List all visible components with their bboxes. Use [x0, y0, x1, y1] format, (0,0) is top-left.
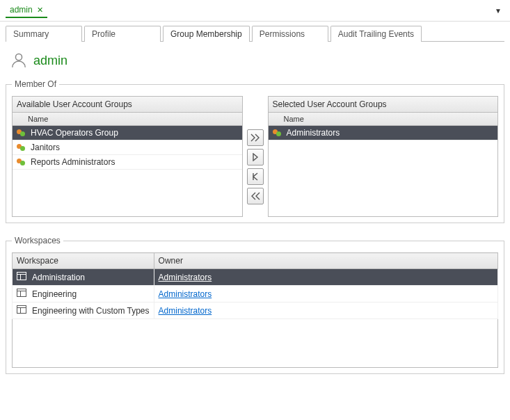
- document-tab-admin[interactable]: admin ✕: [6, 3, 47, 18]
- workspace-name: Engineering with Custom Types: [32, 306, 150, 316]
- page-header: admin: [6, 50, 504, 79]
- tab-permissions[interactable]: Permissions: [252, 26, 328, 42]
- owner-link[interactable]: Administrators: [159, 273, 212, 282]
- selected-groups-panel: Selected User Account Groups Name Admini…: [268, 96, 499, 217]
- workspaces-table: Workspace Owner AdministrationAdministra…: [12, 252, 498, 368]
- available-groups-col-name[interactable]: Name: [13, 113, 242, 126]
- document-tab-label: admin: [10, 5, 33, 15]
- user-icon: [10, 51, 28, 70]
- tab-summary[interactable]: Summary: [6, 26, 82, 42]
- group-icon: [17, 157, 26, 167]
- move-all-left-button[interactable]: [247, 188, 264, 204]
- tab-group-membership[interactable]: Group Membership: [163, 26, 250, 42]
- move-all-right-button[interactable]: [247, 129, 264, 146]
- page-title: admin: [33, 54, 67, 68]
- workspace-icon: [17, 305, 26, 316]
- group-icon: [17, 143, 26, 152]
- group-icon: [273, 128, 282, 138]
- owner-link[interactable]: Administrators: [159, 306, 212, 316]
- group-icon: [17, 128, 26, 138]
- document-tab-bar: admin ✕ ▼: [0, 0, 510, 22]
- tab-audit-trailing-events[interactable]: Audit Trailing Events: [330, 26, 422, 42]
- selected-groups-title: Selected User Account Groups: [269, 97, 498, 113]
- member-of-fieldset: Member Of Available User Account Groups …: [6, 79, 504, 223]
- workspace-icon: [17, 272, 26, 282]
- list-item-label: Janitors: [31, 143, 60, 152]
- table-row[interactable]: AdministrationAdministrators: [13, 269, 498, 286]
- list-item-label: Administrators: [287, 128, 340, 138]
- selected-group-item[interactable]: Administrators: [269, 126, 498, 140]
- workspace-icon: [17, 289, 26, 299]
- workspaces-fieldset: Workspaces Workspace Owner Administratio…: [6, 236, 504, 374]
- tab-profile[interactable]: Profile: [84, 26, 161, 42]
- move-buttons: [247, 96, 264, 204]
- table-row[interactable]: Engineering with Custom TypesAdministrat…: [13, 302, 498, 319]
- workspace-name: Administration: [32, 273, 85, 282]
- selected-groups-col-name[interactable]: Name: [269, 113, 498, 126]
- close-icon[interactable]: ✕: [37, 6, 43, 15]
- svg-rect-7: [17, 306, 26, 314]
- table-row[interactable]: EngineeringAdministrators: [13, 286, 498, 302]
- available-groups-panel: Available User Account Groups Name HVAC …: [12, 96, 243, 217]
- dropdown-icon[interactable]: ▼: [492, 4, 504, 17]
- tabs: Summary Profile Group Membership Permiss…: [0, 22, 510, 42]
- available-group-item[interactable]: HVAC Operators Group: [13, 126, 242, 140]
- workspaces-legend: Workspaces: [12, 236, 63, 245]
- owner-link[interactable]: Administrators: [159, 289, 212, 299]
- tab-content: admin Member Of Available User Account G…: [6, 41, 504, 374]
- list-item-label: HVAC Operators Group: [31, 128, 118, 138]
- member-of-legend: Member Of: [12, 79, 59, 89]
- available-group-item[interactable]: Reports Administrators: [13, 155, 242, 170]
- workspace-name: Engineering: [32, 289, 77, 299]
- col-workspace[interactable]: Workspace: [13, 253, 154, 269]
- svg-point-0: [15, 54, 22, 60]
- svg-rect-4: [17, 289, 26, 297]
- svg-rect-1: [17, 273, 26, 280]
- col-owner[interactable]: Owner: [154, 253, 497, 269]
- move-right-button[interactable]: [247, 149, 264, 165]
- available-group-item[interactable]: Janitors: [13, 140, 242, 155]
- move-left-button[interactable]: [247, 168, 264, 185]
- list-item-label: Reports Administrators: [31, 157, 115, 167]
- available-groups-title: Available User Account Groups: [13, 97, 242, 113]
